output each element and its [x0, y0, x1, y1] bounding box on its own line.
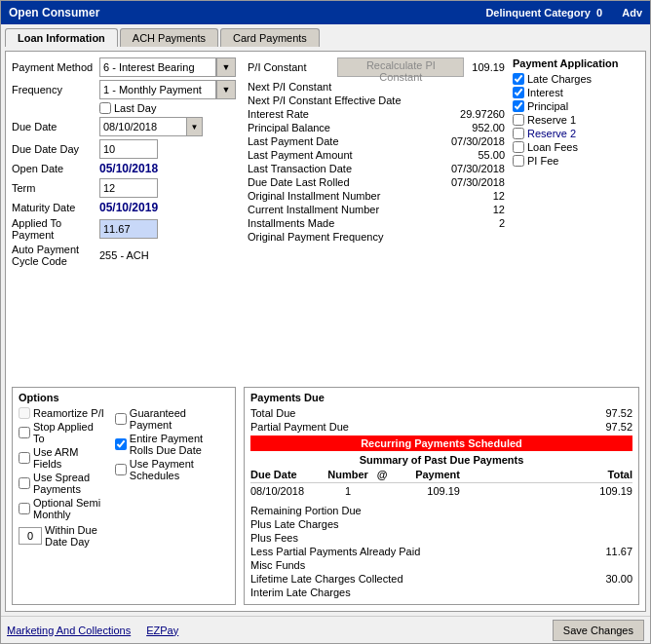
- due-date-dropdown[interactable]: ▼: [187, 117, 203, 136]
- auto-payment-value: 255 - ACH: [99, 249, 149, 261]
- title-bar-right: Delinquent Category 0 Adv: [485, 7, 642, 19]
- frequency-row: Frequency ▼: [12, 80, 236, 99]
- bottom-bar: Marketing And Collections EZPay Save Cha…: [1, 616, 650, 643]
- opt-arm-fields-row: Use ARM Fields: [19, 446, 107, 470]
- principal-balance-row: Principal Balance 952.00: [248, 122, 505, 133]
- misc-funds-label: Misc Funds: [250, 559, 574, 571]
- due-date-rolled-label: Due Date Last Rolled: [248, 176, 427, 188]
- main-window: Open Consumer Delinquent Category 0 Adv …: [0, 0, 651, 644]
- payment-application-title: Payment Application: [513, 57, 639, 69]
- row-at: [372, 485, 392, 497]
- marketing-link[interactable]: Marketing And Collections: [7, 625, 131, 636]
- pa-reserve1-row: Reserve 1: [513, 114, 639, 126]
- next-pi-eff-label: Next P/I Constant Effective Date: [248, 95, 505, 106]
- save-changes-button[interactable]: Save Changes: [553, 620, 644, 641]
- due-date-day-label: Due Date Day: [12, 143, 99, 155]
- open-date-row: Open Date 05/10/2018: [12, 162, 236, 175]
- content-area: Loan Information ACH Payments Card Payme…: [1, 24, 650, 616]
- due-date-day-input[interactable]: [99, 139, 158, 159]
- left-column: Payment Method ▼ Frequency ▼ L: [12, 57, 236, 381]
- frequency-input[interactable]: [99, 80, 216, 99]
- opt-semi-monthly-checkbox[interactable]: [19, 503, 30, 514]
- pa-interest-label: Interest: [527, 87, 563, 98]
- pa-pi-fee-row: PI Fee: [513, 155, 639, 167]
- window-title: Open Consumer: [9, 6, 99, 19]
- next-pi-eff-row: Next P/I Constant Effective Date: [248, 95, 505, 106]
- last-payment-date-label: Last Payment Date: [248, 135, 427, 147]
- last-transaction-row: Last Transaction Date 07/30/2018: [248, 163, 505, 174]
- applied-to-payment-input[interactable]: [99, 219, 158, 239]
- pa-late-charges-checkbox[interactable]: [513, 73, 524, 85]
- pa-reserve2-checkbox[interactable]: [513, 128, 524, 139]
- adv-label: Adv: [622, 7, 642, 19]
- tab-loan-information[interactable]: Loan Information: [5, 28, 118, 47]
- table-header: Due Date Number @ Payment Total: [250, 469, 632, 483]
- installments-made-label: Installments Made: [248, 217, 427, 229]
- opt-guaranteed-checkbox[interactable]: [115, 413, 127, 425]
- row-due-date: 08/10/2018: [250, 485, 324, 497]
- partial-due-label: Partial Payment Due: [250, 421, 574, 433]
- main-panel: Payment Method ▼ Frequency ▼ L: [5, 51, 646, 612]
- principal-balance-value: 952.00: [427, 122, 505, 133]
- row-payment: 109.19: [392, 485, 460, 497]
- opt-arm-fields-checkbox[interactable]: [19, 452, 30, 464]
- misc-lifetime-label: Lifetime Late Charges Collected: [250, 573, 574, 585]
- due-date-label: Due Date: [12, 121, 99, 133]
- auto-payment-label: Auto Payment Cycle Code: [12, 244, 99, 267]
- recurring-banner: Recurring Payments Scheduled: [250, 436, 632, 451]
- pa-pi-fee-checkbox[interactable]: [513, 155, 524, 167]
- last-payment-amount-value: 55.00: [427, 149, 505, 161]
- pa-principal-row: Principal: [513, 100, 639, 112]
- last-day-checkbox-label: Last Day: [99, 102, 156, 114]
- tab-ach-payments[interactable]: ACH Payments: [120, 28, 218, 47]
- maturity-date-row: Maturity Date 05/10/2019: [12, 201, 236, 214]
- misc-late-charges-row: Plus Late Charges: [250, 518, 632, 530]
- pa-loan-fees-checkbox[interactable]: [513, 141, 524, 153]
- current-installment-row: Current Installment Number 12: [248, 204, 505, 215]
- pa-interest-checkbox[interactable]: [513, 87, 524, 98]
- misc-lifetime-value: 30.00: [574, 573, 632, 585]
- within-due-date-input[interactable]: [19, 527, 42, 545]
- opt-semi-monthly-row: Optional Semi Monthly: [19, 497, 107, 520]
- opt-payment-schedules-row: Use Payment Schedules: [115, 458, 229, 481]
- misc-less-partial-row: Less Partial Payments Already Paid 11.67: [250, 546, 632, 557]
- options-box: Options Reamortize P/I Stop Applied To: [12, 387, 236, 605]
- last-day-row: Last Day: [12, 102, 236, 114]
- misc-less-partial-label: Less Partial Payments Already Paid: [250, 546, 574, 557]
- ezpay-link[interactable]: EZPay: [146, 625, 178, 636]
- table-row: 08/10/2018 1 109.19 109.19: [250, 485, 632, 497]
- installments-made-row: Installments Made 2: [248, 217, 505, 229]
- options-title: Options: [19, 392, 229, 403]
- original-installment-row: Original Installment Number 12: [248, 190, 505, 202]
- pa-reserve1-checkbox[interactable]: [513, 114, 524, 126]
- current-installment-value: 12: [427, 204, 505, 215]
- total-due-value: 97.52: [574, 407, 632, 419]
- pa-principal-checkbox[interactable]: [513, 100, 524, 112]
- tab-card-payments[interactable]: Card Payments: [220, 28, 320, 47]
- opt-spread-payments-checkbox[interactable]: [19, 477, 30, 489]
- opt-guaranteed-row: Guaranteed Payment: [115, 407, 229, 431]
- term-input[interactable]: [99, 178, 158, 198]
- due-date-input[interactable]: [99, 117, 187, 136]
- original-freq-row: Original Payment Frequency: [248, 231, 505, 243]
- within-due-date-row: Within Due Date Day: [19, 524, 107, 548]
- frequency-dropdown[interactable]: ▼: [216, 80, 236, 99]
- last-payment-amount-row: Last Payment Amount 55.00: [248, 149, 505, 161]
- payment-method-dropdown[interactable]: ▼: [216, 57, 236, 77]
- misc-fees-row: Plus Fees: [250, 532, 632, 544]
- auto-payment-row: Auto Payment Cycle Code 255 - ACH: [12, 244, 236, 267]
- payment-method-input[interactable]: [99, 57, 216, 77]
- within-due-date-label: Within Due Date Day: [45, 524, 107, 548]
- term-label: Term: [12, 182, 99, 194]
- last-day-checkbox[interactable]: [99, 102, 111, 114]
- interest-rate-label: Interest Rate: [248, 108, 427, 120]
- col-header-number: Number: [324, 469, 372, 480]
- opt-payment-schedules-checkbox[interactable]: [115, 464, 127, 475]
- maturity-date-value: 05/10/2019: [99, 201, 158, 214]
- bottom-section: Options Reamortize P/I Stop Applied To: [12, 387, 639, 605]
- opt-entire-payment-checkbox[interactable]: [115, 438, 127, 450]
- opt-stop-applied-checkbox[interactable]: [19, 427, 30, 438]
- recalculate-pi-button[interactable]: Recalculate PI Constant: [337, 57, 464, 77]
- principal-balance-label: Principal Balance: [248, 122, 427, 133]
- opt-semi-monthly-label: Optional Semi Monthly: [33, 497, 107, 520]
